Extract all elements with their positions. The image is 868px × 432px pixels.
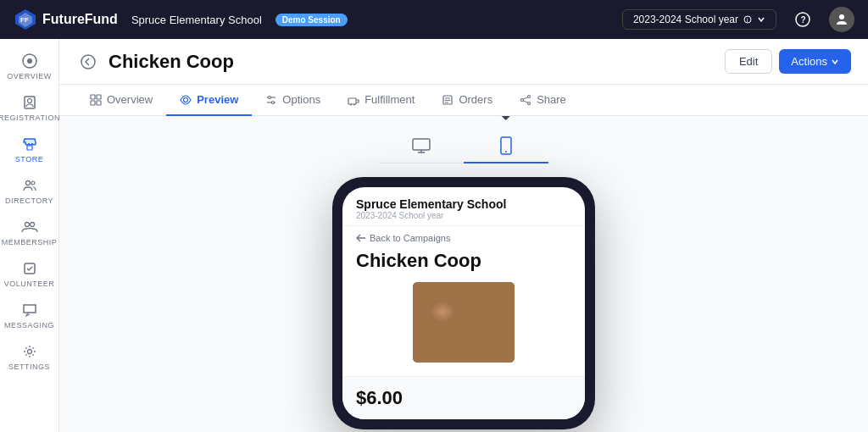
tabs-bar: Overview Preview Options Fulfillment Ord… xyxy=(59,85,868,116)
sidebar: OVERVIEW REGISTRATION STORE DIRECTORY ME… xyxy=(0,39,59,432)
desktop-icon xyxy=(412,138,431,153)
edit-button[interactable]: Edit xyxy=(725,49,772,74)
svg-point-37 xyxy=(528,102,531,104)
tab-fulfillment-icon xyxy=(348,94,359,106)
svg-rect-12 xyxy=(27,146,32,150)
svg-rect-29 xyxy=(348,98,356,104)
account-icon xyxy=(835,13,849,26)
svg-point-13 xyxy=(25,181,30,186)
tab-orders[interactable]: Orders xyxy=(428,85,506,116)
svg-text:?: ? xyxy=(801,15,806,25)
desktop-view-button[interactable] xyxy=(379,130,464,163)
phone-back-arrow-icon xyxy=(356,234,366,242)
top-navigation: FF FutureFund Spruce Elementary School D… xyxy=(0,0,868,39)
overview-icon xyxy=(21,53,38,69)
nav-school-name: Spruce Elementary School xyxy=(131,14,262,26)
phone-screen: Spruce Elementary School 2023-2024 Schoo… xyxy=(342,187,585,419)
svg-rect-23 xyxy=(97,101,101,105)
store-icon xyxy=(21,136,38,152)
info-icon: i xyxy=(743,15,752,24)
page-title-row: Chicken Coop xyxy=(76,50,234,74)
phone-price: $6.00 xyxy=(342,376,585,419)
svg-rect-22 xyxy=(91,101,95,105)
sidebar-item-store[interactable]: STORE xyxy=(0,129,58,170)
registration-icon xyxy=(21,94,38,111)
actions-button[interactable]: Actions xyxy=(779,49,851,74)
phone-year: 2023-2024 School year xyxy=(356,211,571,220)
sidebar-item-messaging[interactable]: MESSAGING xyxy=(0,295,58,336)
actions-chevron-icon xyxy=(831,58,839,66)
mobile-icon xyxy=(500,136,512,155)
phone-campaign-title: Chicken Coop xyxy=(342,250,585,282)
back-button[interactable] xyxy=(76,50,100,74)
phone-image-container xyxy=(342,282,585,376)
settings-icon xyxy=(21,343,38,360)
svg-rect-41 xyxy=(413,139,430,150)
svg-point-26 xyxy=(269,96,271,98)
svg-text:FF: FF xyxy=(20,16,29,24)
logo-text: FutureFund xyxy=(42,12,118,27)
sidebar-item-volunteer[interactable]: VOLUNTEER xyxy=(0,253,58,295)
svg-point-36 xyxy=(528,95,531,97)
messaging-icon xyxy=(21,302,38,318)
svg-point-24 xyxy=(184,97,188,102)
back-arrow-icon xyxy=(81,54,96,69)
tab-overview[interactable]: Overview xyxy=(76,85,166,116)
school-year-button[interactable]: 2023-2024 School year i xyxy=(622,9,776,30)
tab-preview-icon xyxy=(180,94,192,106)
sidebar-item-membership[interactable]: MEMBERSHIP xyxy=(0,212,58,253)
phone-product-image xyxy=(413,282,515,363)
svg-rect-20 xyxy=(91,95,95,99)
svg-point-28 xyxy=(272,101,275,103)
tab-orders-icon xyxy=(442,94,453,106)
content-area: Chicken Coop Edit Actions Overview Previ… xyxy=(59,39,868,432)
svg-point-45 xyxy=(505,151,507,152)
main-layout: OVERVIEW REGISTRATION STORE DIRECTORY ME… xyxy=(0,39,868,432)
tab-fulfillment[interactable]: Fulfillment xyxy=(334,85,428,116)
phone-back-link[interactable]: Back to Campaigns xyxy=(342,226,585,250)
tab-overview-icon xyxy=(90,94,102,106)
tab-options[interactable]: Options xyxy=(252,85,334,116)
help-button[interactable]: ? xyxy=(790,7,815,32)
svg-point-38 xyxy=(521,98,524,101)
page-header: Chicken Coop Edit Actions xyxy=(59,39,868,85)
sidebar-item-overview[interactable]: OVERVIEW xyxy=(0,46,58,87)
svg-rect-21 xyxy=(97,95,101,99)
directory-icon xyxy=(21,177,38,194)
svg-point-11 xyxy=(27,99,31,103)
svg-point-18 xyxy=(27,350,31,354)
logo: FF FutureFund xyxy=(14,8,118,31)
tab-share[interactable]: Share xyxy=(506,85,580,116)
svg-line-39 xyxy=(523,97,527,98)
svg-text:i: i xyxy=(747,17,748,23)
page-title: Chicken Coop xyxy=(108,51,234,73)
tab-preview[interactable]: Preview xyxy=(166,85,252,116)
view-toggle: Mobile Preview xyxy=(379,130,548,163)
sidebar-item-settings[interactable]: SETTINGS xyxy=(0,336,58,378)
phone-mockup: Spruce Elementary School 2023-2024 Schoo… xyxy=(332,177,595,429)
membership-icon xyxy=(21,219,38,235)
mobile-view-button[interactable]: Mobile Preview xyxy=(464,130,548,163)
account-button[interactable] xyxy=(829,7,854,32)
svg-point-14 xyxy=(31,181,35,185)
logo-icon: FF xyxy=(14,8,37,31)
sidebar-item-registration[interactable]: REGISTRATION xyxy=(0,87,58,129)
chevron-down-icon xyxy=(757,15,765,24)
svg-point-16 xyxy=(30,223,34,227)
svg-line-40 xyxy=(523,100,527,102)
demo-badge: Demo Session xyxy=(275,14,348,26)
svg-point-31 xyxy=(353,103,355,105)
svg-point-30 xyxy=(350,103,352,105)
header-actions: Edit Actions xyxy=(725,49,851,74)
volunteer-icon xyxy=(21,260,38,277)
svg-point-19 xyxy=(81,55,95,69)
eggs-visual xyxy=(413,282,515,363)
svg-point-7 xyxy=(839,14,844,19)
tab-options-icon xyxy=(265,94,277,106)
phone-header: Spruce Elementary School 2023-2024 Schoo… xyxy=(342,187,585,226)
svg-point-15 xyxy=(25,223,29,227)
sidebar-item-directory[interactable]: DIRECTORY xyxy=(0,170,58,212)
phone-school-name: Spruce Elementary School xyxy=(356,197,571,211)
tab-share-icon xyxy=(520,94,531,106)
preview-area: Mobile Preview Spruce Elementary School … xyxy=(59,116,868,432)
